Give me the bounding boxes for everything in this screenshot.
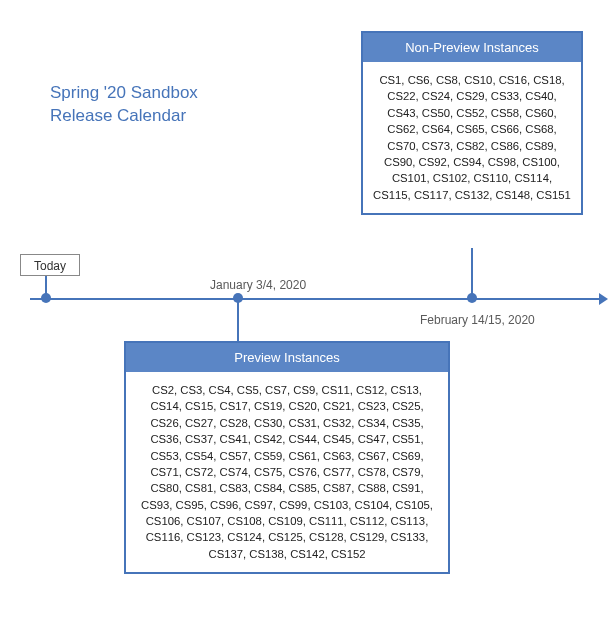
- preview-header: Preview Instances: [126, 343, 448, 372]
- non-preview-body: CS1, CS6, CS8, CS10, CS16, CS18, CS22, C…: [363, 62, 581, 213]
- timeline-dot-today: [41, 293, 51, 303]
- timeline-stem-date1: [237, 298, 239, 341]
- timeline-arrowhead-icon: [599, 293, 608, 305]
- timeline-stem-today: [45, 276, 47, 294]
- today-marker-label: Today: [20, 254, 80, 276]
- title-line-2: Release Calendar: [50, 106, 186, 125]
- non-preview-header: Non-Preview Instances: [363, 33, 581, 62]
- date-label-preview: January 3/4, 2020: [210, 278, 306, 292]
- preview-body: CS2, CS3, CS4, CS5, CS7, CS9, CS11, CS12…: [126, 372, 448, 572]
- title-line-1: Spring '20 Sandbox: [50, 83, 198, 102]
- timeline-stem-date2: [471, 248, 473, 298]
- diagram-canvas: Spring '20 Sandbox Release Calendar Toda…: [0, 0, 610, 633]
- date-label-nonpreview: February 14/15, 2020: [420, 313, 535, 327]
- diagram-title: Spring '20 Sandbox Release Calendar: [50, 82, 198, 128]
- preview-box: Preview Instances CS2, CS3, CS4, CS5, CS…: [124, 341, 450, 574]
- non-preview-box: Non-Preview Instances CS1, CS6, CS8, CS1…: [361, 31, 583, 215]
- timeline-axis: [30, 298, 605, 300]
